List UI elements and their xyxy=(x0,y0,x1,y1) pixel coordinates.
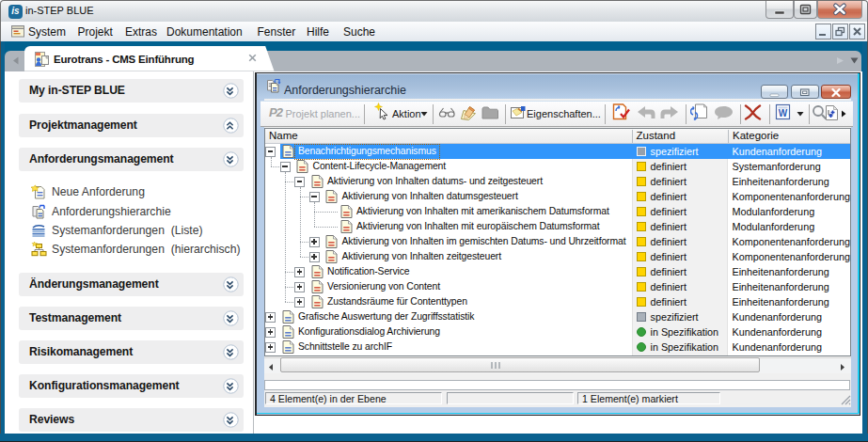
svg-text:W: W xyxy=(779,108,788,118)
